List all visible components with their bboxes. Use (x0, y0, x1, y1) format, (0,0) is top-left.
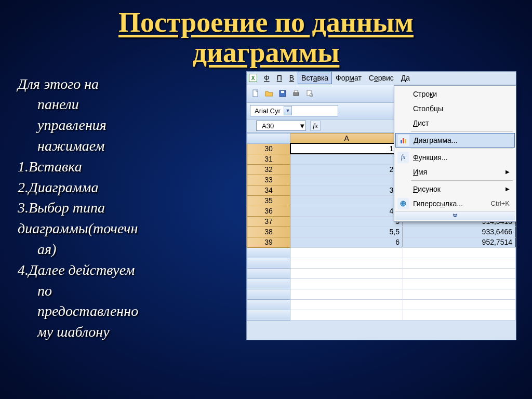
menubar: X Ф П В Вставка Формат Сервис Да (247, 72, 516, 85)
submenu-arrow-icon: ▶ (506, 169, 510, 175)
row-header[interactable] (247, 268, 290, 278)
submenu-arrow-icon: ▶ (506, 186, 510, 192)
menu-separator (411, 131, 513, 132)
excel-app-icon: X (249, 74, 257, 82)
menu-item-hyperlink[interactable]: Гиперссылка... Ctrl+K (395, 196, 515, 211)
font-combo[interactable]: Arial Cyr ▼ (250, 105, 338, 116)
chart-icon (398, 135, 409, 146)
svg-rect-9 (405, 139, 406, 143)
cell[interactable] (290, 247, 403, 258)
blank-icon (397, 183, 409, 195)
cell[interactable]: 4,5 (290, 206, 403, 216)
cell[interactable] (403, 247, 516, 258)
globe-link-icon (397, 198, 409, 209)
menu-insert[interactable]: Вставка (298, 72, 332, 84)
blank-icon (397, 117, 409, 129)
menu-tools[interactable]: Сервис (365, 72, 397, 84)
svg-rect-8 (403, 138, 404, 143)
cell[interactable] (290, 268, 403, 278)
row-header[interactable]: 30 (247, 143, 290, 154)
menu-item-name[interactable]: Имя ▶ (395, 165, 515, 179)
cell[interactable]: 952,7514 (403, 237, 516, 247)
row-header[interactable]: 37 (247, 216, 290, 227)
blank-icon (397, 88, 409, 100)
menu-data[interactable]: Да (397, 72, 414, 84)
cell[interactable]: 6 (290, 237, 403, 247)
chevron-down-icon: ▼ (299, 122, 305, 130)
print-preview-icon[interactable] (304, 88, 315, 99)
svg-rect-0 (253, 90, 258, 97)
cell[interactable] (290, 278, 403, 289)
row-header[interactable]: 36 (247, 206, 290, 216)
cell[interactable]: 5 (290, 216, 403, 227)
cell[interactable] (403, 258, 516, 268)
row-header[interactable] (247, 299, 290, 310)
menu-separator (411, 149, 513, 149)
cell[interactable] (290, 310, 403, 320)
col-header-a[interactable]: A (290, 133, 403, 143)
fx-icon: fx (397, 152, 409, 163)
insert-menu-dropdown: Строки Столбцы Лист Диаграмма... (394, 85, 516, 222)
menu-edit[interactable]: П (273, 72, 286, 84)
row-header[interactable] (247, 258, 290, 268)
row-header[interactable]: 39 (247, 237, 290, 247)
cell[interactable]: 2,5 (290, 164, 403, 175)
row-header[interactable]: 34 (247, 185, 290, 195)
menu-item-picture[interactable]: Рисунок ▶ (395, 182, 515, 196)
menu-separator (411, 180, 513, 181)
cell[interactable] (290, 289, 403, 299)
new-file-icon[interactable] (250, 88, 261, 99)
cell[interactable]: 4 (290, 195, 403, 206)
row-header[interactable] (247, 289, 290, 299)
save-icon[interactable] (277, 88, 288, 99)
svg-rect-5 (307, 90, 311, 96)
cell[interactable] (403, 310, 516, 320)
menu-item-rows[interactable]: Строки (395, 87, 515, 101)
row-header[interactable]: 35 (247, 195, 290, 206)
row-header[interactable]: 32 (247, 164, 290, 175)
expand-menu-button[interactable] (395, 211, 515, 220)
excel-window: X Ф П В Вставка Формат Сервис Да Arial C… (246, 71, 516, 340)
menu-item-sheet[interactable]: Лист (395, 116, 515, 130)
fx-button[interactable]: fx (310, 121, 321, 131)
cell[interactable] (403, 289, 516, 299)
cell[interactable]: 2 (290, 154, 403, 164)
shortcut-label: Ctrl+K (491, 200, 510, 207)
row-header[interactable]: 33 (247, 175, 290, 185)
row-header[interactable]: 38 (247, 227, 290, 237)
select-all-corner[interactable] (247, 133, 290, 143)
cell[interactable] (403, 299, 516, 310)
svg-rect-7 (401, 140, 402, 143)
slide-title: Построение по данным диаграммы (0, 0, 532, 71)
cell[interactable]: 3 (290, 175, 403, 185)
menu-view[interactable]: В (286, 72, 298, 84)
cell[interactable]: 1,5 (290, 143, 403, 154)
cell[interactable]: 3,5 (290, 185, 403, 195)
menu-item-columns[interactable]: Столбцы (395, 101, 515, 116)
cell[interactable] (290, 299, 403, 310)
svg-rect-4 (295, 90, 298, 92)
blank-icon (397, 166, 409, 178)
svg-rect-2 (281, 91, 284, 93)
open-folder-icon[interactable] (263, 88, 275, 99)
blank-icon (397, 103, 409, 114)
cell[interactable]: 5,5 (290, 227, 403, 237)
menu-item-function[interactable]: fx Функция... (395, 150, 515, 165)
cell[interactable] (403, 268, 516, 278)
slide-body-text: Для этого на панели управления нажимаем … (18, 71, 241, 343)
menu-format[interactable]: Формат (332, 72, 365, 84)
row-header[interactable] (247, 278, 290, 289)
menu-file[interactable]: Ф (260, 72, 273, 84)
cell[interactable]: 933,6466 (403, 227, 516, 237)
row-header[interactable] (247, 247, 290, 258)
menu-item-chart[interactable]: Диаграмма... (395, 133, 515, 148)
row-header[interactable]: 31 (247, 154, 290, 164)
chevron-down-icon: ▼ (284, 106, 292, 115)
svg-rect-3 (294, 92, 299, 96)
print-icon[interactable] (290, 88, 302, 99)
cell[interactable] (290, 258, 403, 268)
name-box[interactable]: A30 ▼ (256, 121, 306, 131)
row-header[interactable] (247, 310, 290, 320)
cell[interactable] (403, 278, 516, 289)
